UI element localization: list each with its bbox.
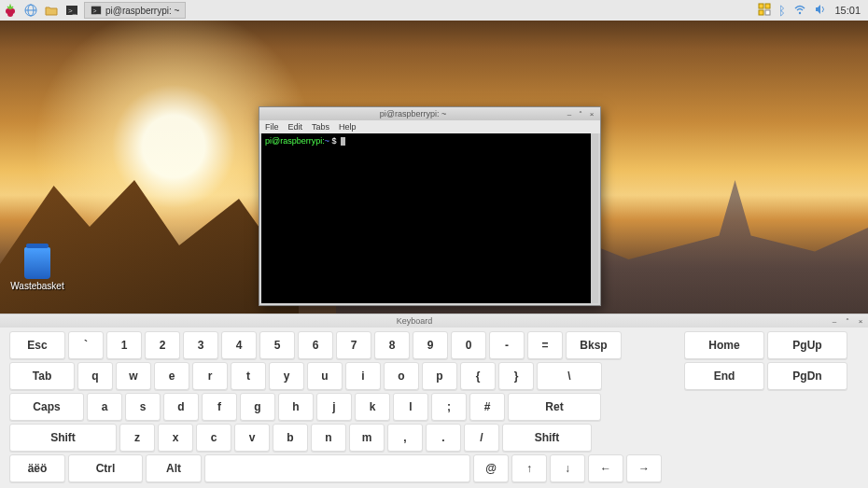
key-3[interactable]: 3 [183, 331, 218, 359]
key-x[interactable]: x [158, 424, 193, 452]
key-at[interactable]: @ [473, 454, 509, 482]
file-manager-icon[interactable] [42, 1, 61, 20]
key-5[interactable]: 5 [259, 331, 295, 359]
key-brace-right[interactable]: } [498, 362, 534, 390]
key-u[interactable]: u [307, 362, 343, 390]
key-o[interactable]: o [384, 362, 419, 390]
key-y[interactable]: y [269, 362, 304, 390]
key-q[interactable]: q [77, 362, 113, 390]
key-d[interactable]: d [163, 393, 199, 421]
key-equals[interactable]: = [527, 331, 563, 359]
key-e[interactable]: e [154, 362, 189, 390]
key-j[interactable]: j [316, 393, 352, 421]
key-accents[interactable]: äëö [9, 454, 65, 482]
web-browser-icon[interactable] [21, 1, 40, 20]
key-b[interactable]: b [273, 424, 308, 452]
terminal-titlebar[interactable]: pi@raspberrypi: ~ – ˄ × [259, 107, 600, 120]
key-s[interactable]: s [125, 393, 161, 421]
raspberry-menu-icon[interactable] [1, 1, 20, 20]
key-pgup[interactable]: PgUp [767, 331, 847, 359]
key-g[interactable]: g [240, 393, 275, 421]
key-arrow-left[interactable]: ← [588, 454, 623, 482]
key-i[interactable]: i [345, 362, 381, 390]
window-minimize-button[interactable]: – [565, 109, 574, 119]
key-semicolon[interactable]: ; [431, 393, 467, 421]
terminal-scrollbar[interactable] [591, 133, 598, 303]
key-brace-left[interactable]: { [460, 362, 496, 390]
menu-tabs[interactable]: Tabs [312, 122, 329, 132]
terminal-body[interactable]: pi@raspberrypi:~ $ [261, 133, 591, 303]
key-backslash[interactable]: \ [537, 362, 602, 390]
prompt-symbol: $ [331, 136, 336, 146]
keyboard-main: Esc ` 1 2 3 4 5 6 7 8 9 0 - = Bksp Tab q… [9, 331, 662, 482]
key-space[interactable] [204, 454, 470, 482]
key-pgdn[interactable]: PgDn [767, 362, 847, 390]
key-grave[interactable]: ` [68, 331, 104, 359]
keyboard-titlebar[interactable]: Keyboard – ˄ × [0, 314, 868, 328]
key-p[interactable]: p [422, 362, 457, 390]
window-close-button[interactable]: × [587, 109, 596, 119]
window-close-button[interactable]: × [855, 315, 866, 327]
key-end[interactable]: End [684, 362, 764, 390]
key-1[interactable]: 1 [106, 331, 142, 359]
menu-help[interactable]: Help [339, 122, 357, 132]
key-minus[interactable]: - [489, 331, 525, 359]
key-h[interactable]: h [278, 393, 314, 421]
terminal-cursor [341, 137, 345, 146]
key-ctrl[interactable]: Ctrl [68, 454, 143, 482]
key-t[interactable]: t [231, 362, 266, 390]
terminal-launcher-icon[interactable]: >_ [63, 1, 81, 20]
menu-edit[interactable]: Edit [288, 122, 303, 132]
taskbar: >_ >_ pi@raspberrypi: ~ ᛒ 15:01 [0, 0, 868, 21]
key-esc[interactable]: Esc [9, 331, 65, 359]
key-v[interactable]: v [234, 424, 270, 452]
key-8[interactable]: 8 [374, 331, 410, 359]
onscreen-keyboard: Keyboard – ˄ × Esc ` 1 2 3 4 5 6 7 8 9 0… [0, 314, 868, 488]
window-maximize-button[interactable]: ˄ [842, 315, 853, 327]
tray-app-icon[interactable] [758, 3, 771, 18]
key-arrow-down[interactable]: ↓ [550, 454, 585, 482]
key-return[interactable]: Ret [508, 393, 601, 421]
key-hash[interactable]: # [469, 393, 505, 421]
key-c[interactable]: c [196, 424, 231, 452]
window-maximize-button[interactable]: ˄ [576, 109, 585, 119]
key-l[interactable]: l [393, 393, 428, 421]
bluetooth-icon[interactable]: ᛒ [778, 4, 786, 18]
key-tab[interactable]: Tab [9, 362, 75, 390]
svg-point-2 [7, 11, 13, 17]
volume-icon[interactable] [814, 3, 827, 18]
key-6[interactable]: 6 [298, 331, 333, 359]
key-arrow-up[interactable]: ↑ [511, 454, 547, 482]
trash-icon [24, 247, 50, 279]
key-r[interactable]: r [192, 362, 228, 390]
key-comma[interactable]: , [387, 424, 423, 452]
clock[interactable]: 15:01 [834, 5, 861, 16]
key-a[interactable]: a [87, 393, 122, 421]
key-9[interactable]: 9 [413, 331, 448, 359]
key-7[interactable]: 7 [336, 331, 371, 359]
wifi-icon[interactable] [793, 3, 806, 18]
key-k[interactable]: k [355, 393, 390, 421]
svg-text:>_: >_ [68, 7, 77, 15]
key-f[interactable]: f [202, 393, 237, 421]
key-0[interactable]: 0 [451, 331, 486, 359]
menu-file[interactable]: File [265, 122, 279, 132]
key-arrow-right[interactable]: → [626, 454, 662, 482]
key-slash[interactable]: / [464, 424, 499, 452]
key-n[interactable]: n [311, 424, 346, 452]
key-2[interactable]: 2 [145, 331, 180, 359]
window-minimize-button[interactable]: – [829, 315, 840, 327]
key-m[interactable]: m [349, 424, 385, 452]
key-z[interactable]: z [119, 424, 155, 452]
key-w[interactable]: w [116, 362, 151, 390]
key-caps[interactable]: Caps [9, 393, 84, 421]
key-home[interactable]: Home [684, 331, 764, 359]
wastebasket[interactable]: Wastebasket [9, 247, 65, 291]
key-4[interactable]: 4 [221, 331, 257, 359]
key-shift-left[interactable]: Shift [9, 424, 117, 452]
key-alt[interactable]: Alt [146, 454, 202, 482]
key-shift-right[interactable]: Shift [502, 424, 592, 452]
key-period[interactable]: . [426, 424, 461, 452]
key-backspace[interactable]: Bksp [566, 331, 622, 359]
taskbar-task-terminal[interactable]: >_ pi@raspberrypi: ~ [84, 2, 186, 19]
